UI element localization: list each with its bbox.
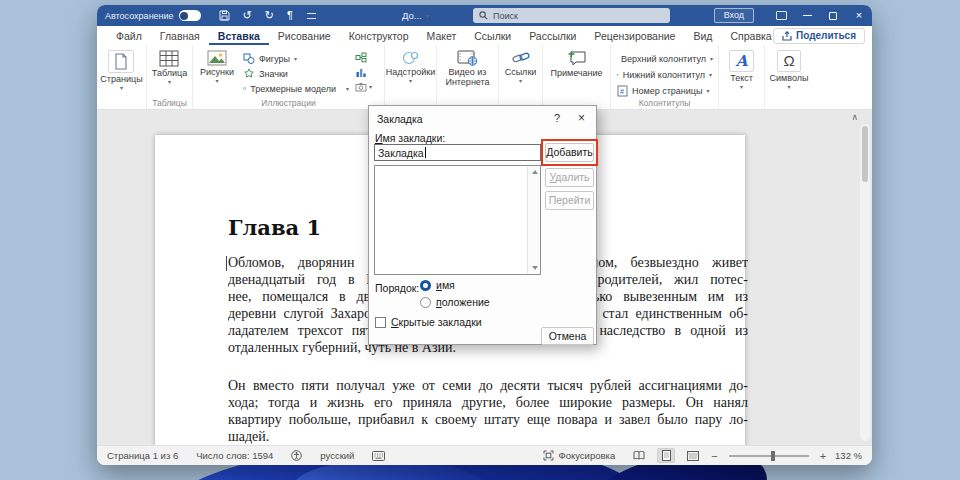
tab-review[interactable]: Рецензирование bbox=[585, 26, 684, 45]
tab-file[interactable]: Файл bbox=[107, 26, 151, 45]
zoom-in-button[interactable]: + bbox=[820, 450, 826, 462]
ribbon-display-options-button[interactable] bbox=[768, 5, 794, 26]
delete-button[interactable]: Удалить bbox=[545, 168, 594, 187]
zoom-slider[interactable] bbox=[729, 455, 809, 457]
signin-button[interactable]: Вход bbox=[714, 8, 754, 23]
redo-icon[interactable]: ↻ bbox=[265, 10, 274, 21]
chevron-down-icon: ▾ bbox=[215, 78, 218, 84]
paragraph-mark-icon[interactable]: ¶ bbox=[287, 10, 293, 21]
tab-view[interactable]: Вид bbox=[684, 26, 721, 45]
3d-models-label: Трехмерные модели bbox=[250, 84, 336, 94]
search-box[interactable]: Поиск bbox=[473, 8, 670, 23]
addins-label: Надстройки bbox=[386, 67, 435, 77]
icons-button[interactable]: Значки bbox=[243, 68, 349, 79]
zoom-level[interactable]: 132 % bbox=[835, 450, 862, 461]
add-button[interactable]: Добавить bbox=[545, 143, 594, 162]
maximize-button[interactable] bbox=[820, 5, 846, 26]
group-comment: Примечание bbox=[543, 45, 611, 109]
order-label: Порядок: bbox=[375, 282, 419, 294]
chart-button[interactable] bbox=[355, 67, 372, 78]
pages-button[interactable]: Страницы ▾ bbox=[100, 47, 142, 91]
collapse-ribbon-icon[interactable]: ∧ bbox=[851, 112, 858, 122]
tab-help[interactable]: Справка bbox=[721, 26, 780, 45]
scroll-up-icon[interactable] bbox=[532, 170, 538, 174]
3d-models-icon bbox=[243, 83, 246, 94]
save-icon[interactable] bbox=[219, 10, 230, 21]
pictures-button[interactable]: Рисунки ▾ bbox=[195, 47, 239, 84]
add-button-label: Добавить bbox=[546, 144, 592, 161]
dialog-title: Закладка bbox=[377, 113, 423, 125]
style-lines-icon[interactable] bbox=[307, 13, 316, 19]
read-mode-button[interactable] bbox=[630, 448, 648, 463]
header-footer-column: Верхний колонтитул ▾ Нижний колонтитул ▾… bbox=[613, 47, 716, 97]
list-scrollbar[interactable] bbox=[527, 166, 540, 274]
icons-label: Значки bbox=[259, 69, 288, 79]
paragraph-line[interactable]: Он вместо пяти получал уже от семи до де… bbox=[228, 378, 748, 396]
hidden-bookmarks-checkbox[interactable]: Скрытые закладки bbox=[375, 316, 482, 328]
document-heading[interactable]: Глава 1 bbox=[228, 215, 321, 240]
tab-references[interactable]: Ссылки bbox=[465, 26, 520, 45]
title-bar: Автосохранение ↺ ↻ ¶ До... ▾ Поиск Вход … bbox=[97, 5, 872, 26]
zoom-out-button[interactable]: − bbox=[711, 450, 717, 462]
accessibility-button[interactable] bbox=[291, 450, 302, 461]
bookmark-list[interactable] bbox=[374, 165, 541, 275]
table-button[interactable]: Таблица ▾ bbox=[152, 47, 187, 85]
language-indicator[interactable]: русский bbox=[320, 450, 354, 461]
help-icon[interactable]: ? bbox=[554, 112, 560, 124]
autosave-toggle[interactable] bbox=[179, 10, 201, 21]
tab-insert[interactable]: Вставка bbox=[209, 26, 269, 45]
dialog-close-icon[interactable]: × bbox=[578, 111, 585, 125]
pages-label: Страницы bbox=[100, 74, 142, 84]
paragraph-line[interactable]: хода; тогда и жизнь его приняла другие, … bbox=[228, 395, 748, 413]
close-button[interactable]: × bbox=[846, 5, 872, 26]
page-indicator[interactable]: Страница 1 из 6 bbox=[107, 450, 178, 461]
web-layout-button[interactable] bbox=[684, 448, 702, 463]
keyboard-button[interactable] bbox=[372, 451, 385, 461]
scroll-down-icon[interactable] bbox=[532, 266, 538, 270]
chevron-down-icon: ▾ bbox=[519, 78, 522, 84]
order-by-name-radio[interactable]: имя bbox=[420, 279, 455, 291]
tab-design[interactable]: Конструктор bbox=[340, 26, 418, 45]
text-button[interactable]: А Текст ▾ bbox=[729, 47, 753, 90]
group-links: Ссылки ▾ bbox=[499, 45, 543, 109]
print-layout-button[interactable] bbox=[657, 448, 675, 463]
vertical-scrollbar[interactable] bbox=[860, 124, 870, 441]
addins-button[interactable]: Надстройки ▾ bbox=[386, 47, 435, 84]
keyboard-icon bbox=[372, 451, 385, 461]
shapes-button[interactable]: Фигуры ▾ bbox=[243, 53, 349, 64]
minimize-button[interactable] bbox=[794, 5, 820, 26]
goto-button[interactable]: Перейти bbox=[545, 191, 594, 210]
tab-layout[interactable]: Макет bbox=[418, 26, 466, 45]
tab-home[interactable]: Главная bbox=[151, 26, 209, 45]
bookmark-name-input[interactable]: Закладка bbox=[374, 144, 541, 161]
footer-button[interactable]: Нижний колонтитул ▾ bbox=[617, 69, 712, 81]
cancel-button[interactable]: Отмена bbox=[541, 327, 594, 345]
order-by-position-radio[interactable]: положение bbox=[420, 296, 490, 308]
screenshot-icon bbox=[355, 82, 367, 92]
word-count[interactable]: Число слов: 1594 bbox=[196, 450, 273, 461]
online-video-button[interactable]: Видео из Интернета bbox=[440, 47, 496, 87]
document-title[interactable]: До... ▾ bbox=[402, 10, 429, 21]
pages-icon bbox=[108, 50, 134, 73]
3d-models-button[interactable]: Трехмерные модели ▾ bbox=[243, 83, 349, 94]
page-number-button[interactable]: # Номер страницы ▾ bbox=[617, 85, 712, 97]
tab-mailings[interactable]: Рассылки bbox=[520, 26, 585, 45]
smartart-button[interactable] bbox=[355, 52, 372, 63]
comment-button[interactable]: Примечание bbox=[546, 47, 608, 78]
paragraph-line[interactable]: шадей. bbox=[228, 429, 748, 445]
header-button[interactable]: Верхний колонтитул ▾ bbox=[617, 53, 712, 65]
links-button[interactable]: Ссылки ▾ bbox=[505, 47, 537, 84]
undo-icon[interactable]: ↺ bbox=[243, 10, 252, 21]
symbols-button[interactable]: Ω Символы ▾ bbox=[770, 47, 809, 90]
links-icon bbox=[512, 50, 530, 66]
paragraph-line[interactable]: квартиру побольше, прибавил к своему шта… bbox=[228, 412, 748, 430]
share-button[interactable]: Поделиться bbox=[773, 28, 865, 44]
zoom-slider-thumb[interactable] bbox=[771, 451, 775, 461]
tab-draw[interactable]: Рисование bbox=[269, 26, 340, 45]
screenshot-button[interactable]: ▾ bbox=[355, 82, 372, 92]
read-mode-icon bbox=[633, 451, 645, 460]
chevron-down-icon: ▾ bbox=[710, 56, 713, 62]
group-illustrations: Рисунки ▾ Фигуры ▾ Значки Трехмерные мод… bbox=[193, 45, 385, 109]
scrollbar-thumb[interactable] bbox=[862, 126, 868, 182]
focus-mode-button[interactable]: Фокусировка bbox=[543, 450, 615, 461]
